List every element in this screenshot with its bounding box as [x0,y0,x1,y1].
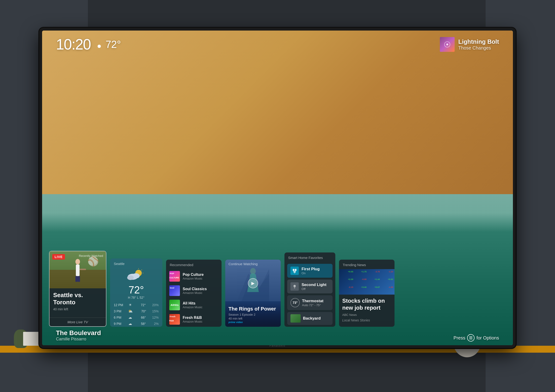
stock-ticker-display: +0.55 +1.75 -3.76 -1.20 +2.30 -0.88 +1.4… [339,269,394,295]
first-plug-name: First Plug [301,267,320,271]
weather-dot-icon [98,45,101,48]
books-decoration [23,332,42,346]
freshrb-info: Fresh R&B Amazon Music [183,316,202,323]
weather-temp-display: 72° [110,284,162,296]
sport-thumbnail: LIVE Recently Watched [50,251,106,288]
svg-rect-3 [76,265,80,276]
time-weather-widget: 10:20 72° [56,36,121,53]
news-source: ABC News [342,313,391,317]
menu-icon [467,334,475,341]
news-thumbnail: +0.55 +1.75 -3.76 -1.20 +2.30 -0.88 +1.4… [339,269,394,295]
popculture-info: Pop Culture Amazon Music [183,273,204,280]
card-recently-watched[interactable]: LIVE Recently Watched Seattle vs. Toront… [49,251,106,327]
backyard-camera-device[interactable]: Backyard [287,312,333,325]
svg-point-2 [75,259,80,265]
forecast-row-3: 9 PM ☁ 58° 2% [110,320,162,327]
show-title: The Rings of Power [228,306,278,312]
svg-rect-24 [294,288,295,288]
screen-background: 10:20 72° [42,30,513,345]
artwork-artist: Camille Pissarro [56,337,101,341]
episode-info: Season 1 Episode 2 [228,313,278,316]
news-headline: Stocks climb on new job report [342,297,391,311]
backyard-name: Backyard [303,316,321,321]
weather-location: Seattle [110,259,162,266]
music-item-popculture[interactable]: POP CULTURE Pop Culture Amazon Music [166,269,221,283]
music-item-allhits[interactable]: AllHits All Hits Amazon Music [166,298,221,312]
card-continue-watching[interactable]: Continue Watching ▶ The Rings of Power S… [225,260,281,327]
svg-rect-6 [78,276,80,282]
music-item-freshrb[interactable]: Fresh R&B Fresh R&B Amazon Music [166,312,221,326]
svg-rect-4 [80,269,86,270]
wall-panel-top [88,0,486,30]
time-remaining-continue: 40 min left [228,317,278,320]
forecast-row-0: 12 PM ☀ 72° 20% [110,302,162,308]
soul-thumbnail: Soul [169,285,180,296]
allhits-thumbnail: AllHits [169,300,180,310]
second-light-device[interactable]: Second Light Off [287,280,333,293]
tv-screen: 10:20 72° [42,30,513,345]
song-artist: Those Changes [458,45,499,51]
album-art-thumbnail [440,37,455,52]
smart-home-label: Smart Home Favorites [285,252,335,262]
second-light-name: Second Light [301,282,327,287]
svg-rect-20 [293,271,296,273]
popculture-thumbnail: POP CULTURE [169,271,180,282]
card-weather[interactable]: Seattle [110,259,162,327]
game-title: Seattle vs. Toronto [53,292,102,306]
thermostat-name: Thermostat [302,299,323,303]
trending-news-label: Trending News [339,260,394,269]
thermostat-setting: Auto 72° - 75° [302,303,323,307]
svg-line-11 [141,270,142,270]
svg-rect-21 [294,273,295,273]
svg-rect-5 [75,276,78,282]
backyard-thumbnail [291,314,301,323]
svg-rect-19 [295,269,296,271]
svg-rect-18 [293,269,294,271]
music-item-soul[interactable]: Soul Soul Classics Amazon Music [166,283,221,298]
svg-point-1 [446,44,448,45]
options-hint: Press for Options [453,334,499,341]
artwork-title: The Boulevard [56,329,101,337]
forecast-row-2: 6 PM ☁ 66° 12% [110,314,162,320]
wave-foam [42,194,513,232]
card-recommended[interactable]: Recommended POP CULTURE Pop Culture Amaz… [166,260,221,327]
thermostat-temp-circle: 73° [291,298,300,307]
play-button[interactable]: ▶ [248,278,258,288]
allhits-info: All Hits Amazon Music [183,301,202,309]
recently-watched-body: Seattle vs. Toronto 40 min left [50,288,106,318]
local-news-link[interactable]: Local News Stories [342,318,391,322]
card-trending-news[interactable]: Trending News +0.55 +1.75 -3.76 -1.20 +2… [339,260,394,327]
soul-info: Soul Classics Amazon Music [183,287,207,295]
cards-row: LIVE Recently Watched Seattle vs. Toront… [49,251,506,327]
svg-point-22 [293,285,296,287]
plug-icon [291,266,299,275]
first-plug-device[interactable]: First Plug On [287,264,333,278]
prime-video-logo: prime video [228,321,278,324]
time-remaining: 40 min left [53,307,102,311]
freshrb-thumbnail: Fresh R&B [169,314,180,325]
light-icon [291,282,299,291]
more-live-tv-link[interactable]: More Live TV [50,318,106,326]
temperature-display: 72° [98,39,121,50]
second-light-status: Off [301,287,327,291]
screen-header: 10:20 72° [42,30,513,58]
first-plug-status: On [301,271,320,275]
news-body: Stocks climb on new job report ABC News … [339,295,394,325]
now-playing-widget[interactable]: Lightning Bolt Those Changes [440,37,499,52]
weather-icon-area [110,266,162,284]
clock-display: 10:20 [56,36,91,53]
svg-point-14 [127,275,134,280]
thermostat-device[interactable]: 73° Thermostat Auto 72° - 75° [287,295,333,310]
card-smart-home[interactable]: Smart Home Favorites [285,252,335,327]
now-playing-info: Lightning Bolt Those Changes [458,38,499,51]
recommended-label: Recommended [166,260,221,269]
song-title: Lightning Bolt [458,38,499,45]
screen-bottom-bar: The Boulevard Camille Pissarro Press for… [56,329,499,341]
tv-frame: Panasonic 10:20 72° [39,28,516,348]
svg-rect-23 [294,287,295,288]
live-badge: LIVE [52,254,65,260]
artwork-info: The Boulevard Camille Pissarro [56,329,101,341]
continue-watching-label: Continue Watching [228,262,258,266]
continue-watching-body: The Rings of Power Season 1 Episode 2 40… [225,303,281,327]
weather-hi-lo: H 78° L 52° [110,296,162,299]
